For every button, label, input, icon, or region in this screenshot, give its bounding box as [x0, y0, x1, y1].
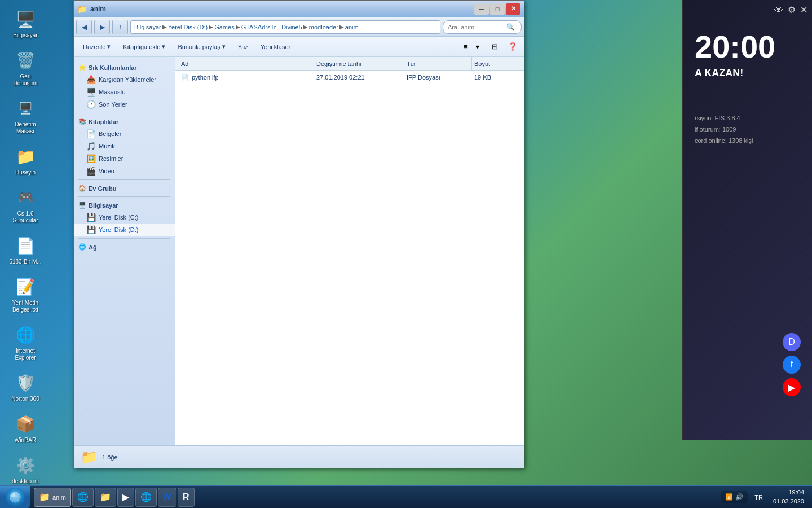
- cs16-label: Cs 1.6 Sunucular: [8, 211, 43, 224]
- sidebar-item-disk-d[interactable]: 💾 Yerel Disk (D:): [74, 224, 175, 236]
- desktop-icon-denetim-masasi[interactable]: 🖥️ Denetim Masası: [6, 95, 45, 137]
- sidebar-header-ag[interactable]: 🌐 Ağ: [74, 241, 175, 253]
- sidebar-item-muzik[interactable]: 🎵 Müzik: [74, 140, 175, 152]
- taskbar-item-ie[interactable]: 🌐: [72, 488, 94, 507]
- 5183-label: 5183-Bir M...: [9, 259, 41, 265]
- file-type-cell: IFP Dosyası: [404, 74, 472, 81]
- facebook-button[interactable]: f: [783, 356, 801, 374]
- paylas-arrow-icon: ▾: [222, 43, 226, 50]
- taskbar-item-explorer[interactable]: 📁 anim: [34, 488, 71, 507]
- doc-icon: 📄: [14, 234, 37, 257]
- col-date-label: Değiştirme tarihi: [316, 60, 361, 67]
- taskbar-item-fm[interactable]: 📁: [95, 488, 116, 507]
- view-toggle-button[interactable]: ≡: [458, 40, 474, 54]
- back-button[interactable]: ◀: [76, 20, 92, 34]
- chrome-taskbar-icon: 🌐: [140, 492, 152, 502]
- speaker-tray-icon: 🔊: [735, 493, 743, 501]
- explorer-window: 📁 anim ─ □ ✕ ◀ ▶ ↑ Bilgisayar ▶ Yerel Di…: [73, 0, 524, 468]
- path-anim[interactable]: anim: [345, 24, 359, 30]
- sidebar-item-son-yerler[interactable]: 🕐 Son Yerler: [74, 98, 175, 111]
- sidebar-item-belgeler[interactable]: 📄 Belgeler: [74, 128, 175, 140]
- view-arrow-icon: ▾: [476, 43, 479, 51]
- path-bilgisayar[interactable]: Bilgisayar: [134, 24, 161, 30]
- sidebar-header-kitaplik[interactable]: 📚 Kitaplıklar: [74, 116, 175, 128]
- sik-kullanilanlar-label: Sık Kullanılanlar: [89, 64, 137, 71]
- desktop-icon-5183[interactable]: 📄 5183-Bir M...: [6, 232, 45, 268]
- kitapliga-ekle-button[interactable]: Kitaplığa ekle ▾: [117, 39, 171, 55]
- desktop-icon-huseyin[interactable]: 📁 Hüseyin: [6, 143, 45, 178]
- sidebar-item-video[interactable]: 🎬 Video: [74, 165, 175, 177]
- path-modloader[interactable]: modloader: [309, 24, 338, 30]
- preview-pane-button[interactable]: ⊞: [487, 40, 502, 54]
- path-gta[interactable]: GTASAdrsTr - Divine5: [241, 24, 302, 30]
- panel-close-button[interactable]: ✕: [800, 5, 807, 15]
- address-search-box[interactable]: 🔍: [443, 20, 522, 34]
- yeni-klasor-button[interactable]: Yeni klasör: [255, 39, 296, 55]
- table-row[interactable]: 📄 python.ifp 27.01.2019 02:21 IFP Dosyas…: [175, 71, 524, 84]
- panel-content: 20:00 A KAZAN! rsiyon: EIS 3.8.4 if otur…: [683, 20, 812, 157]
- col-header-name[interactable]: Ad: [179, 57, 314, 70]
- desktop-icon-winrar[interactable]: 📦 WinRAR: [6, 410, 45, 446]
- sidebar-item-karsidan[interactable]: 📥 Karşıdan Yüklemeler: [74, 73, 175, 86]
- taskbar-item-rar[interactable]: R: [178, 488, 195, 507]
- lang-indicator[interactable]: TR: [751, 494, 766, 501]
- search-input[interactable]: [448, 24, 504, 30]
- sidebar-item-resimler[interactable]: 🖼️ Resimler: [74, 152, 175, 165]
- clock[interactable]: 19:04 01.02.2020: [770, 488, 807, 506]
- col-header-size[interactable]: Boyut: [472, 57, 517, 70]
- explorer-taskbar-icon: 📁: [39, 492, 50, 502]
- youtube-button[interactable]: ▶: [783, 378, 801, 396]
- config-icon: ⚙️: [14, 454, 37, 476]
- ie-icon: 🌐: [14, 323, 37, 346]
- file-date: 27.01.2019 02:21: [316, 74, 365, 81]
- window-title-text: anim: [90, 5, 106, 13]
- window-close-button[interactable]: ✕: [506, 3, 520, 15]
- desktop-icon-desktop-ini[interactable]: ⚙️ desktop.ini: [6, 452, 45, 487]
- search-icon: 🔍: [506, 23, 515, 31]
- bununla-paylas-label: Bununla paylaş: [178, 43, 220, 50]
- sidebar-divider1: [78, 113, 170, 113]
- sidebar-header-ev[interactable]: 🏠 Ev Grubu: [74, 182, 175, 194]
- desktop-icon-ie[interactable]: 🌐 Internet Explorer: [6, 321, 45, 364]
- desktop-icon-bilgisayar[interactable]: 🖥️ Bilgisayar: [6, 6, 45, 41]
- discord-button[interactable]: D: [783, 333, 801, 351]
- taskbar-item-media[interactable]: ▶: [117, 488, 134, 507]
- yaz-button[interactable]: Yaz: [232, 39, 254, 55]
- file-list-header: Ad Değiştirme tarihi Tür Boyut: [175, 57, 524, 71]
- col-header-date[interactable]: Değiştirme tarihi: [314, 57, 404, 70]
- file-date-cell: 27.01.2019 02:21: [314, 74, 404, 81]
- duzenle-label: Düzenle: [83, 43, 105, 50]
- file-list: Ad Değiştirme tarihi Tür Boyut 📄: [175, 57, 524, 445]
- documents-icon: 📄: [86, 129, 96, 138]
- status-folder-icon: 📁: [81, 449, 98, 465]
- start-orb-icon: [6, 488, 25, 507]
- window-minimize-button[interactable]: ─: [474, 3, 489, 15]
- taskbar-item-chrome[interactable]: 🌐: [135, 488, 157, 507]
- toolbar-right: ≡ ▾ ⊞ ❓: [453, 40, 520, 54]
- forward-button[interactable]: ▶: [94, 20, 110, 34]
- help-button[interactable]: ❓: [505, 40, 520, 54]
- up-button[interactable]: ↑: [112, 20, 128, 34]
- desktop-icon-norton360[interactable]: 🛡️ Norton 360: [6, 369, 45, 405]
- panel-eye-button[interactable]: 👁: [774, 5, 783, 15]
- panel-settings-button[interactable]: ⚙: [788, 5, 796, 15]
- explorer-taskbar-label: anim: [52, 494, 66, 501]
- library-icon: 📚: [78, 118, 86, 125]
- sidebar-header-sik[interactable]: ⭐ Sık Kullanılanlar: [74, 62, 175, 73]
- start-button[interactable]: [0, 486, 30, 509]
- desktop-icon-cs16[interactable]: 🎮 Cs 1.6 Sunucular: [6, 184, 45, 226]
- path-disk-d[interactable]: Yerel Disk (D:): [168, 24, 208, 30]
- sidebar-header-bilgisayar[interactable]: 🖥️ Bilgisayar: [74, 199, 175, 211]
- sidebar-item-disk-c[interactable]: 💾 Yerel Disk (C:): [74, 211, 175, 224]
- window-maximize-button[interactable]: □: [490, 3, 505, 15]
- path-games[interactable]: Games: [214, 24, 234, 30]
- taskbar-item-word[interactable]: W: [158, 488, 176, 507]
- desktop-icon-geri-donusum[interactable]: 🗑️ Geri Dönüşüm: [6, 47, 45, 89]
- sidebar-divider3: [78, 196, 170, 197]
- bununla-paylas-button[interactable]: Bununla paylaş ▾: [172, 39, 231, 55]
- sidebar-item-masaustu[interactable]: 🖥️ Masaüstü: [74, 86, 175, 98]
- col-header-type[interactable]: Tür: [404, 57, 472, 70]
- address-path-bar[interactable]: Bilgisayar ▶ Yerel Disk (D:) ▶ Games ▶ G…: [130, 20, 440, 34]
- duzenle-button[interactable]: Düzenle ▾: [77, 39, 116, 55]
- desktop-icon-yeni-metin[interactable]: 📝 Yeni Metin Belgesi.txt: [6, 273, 45, 316]
